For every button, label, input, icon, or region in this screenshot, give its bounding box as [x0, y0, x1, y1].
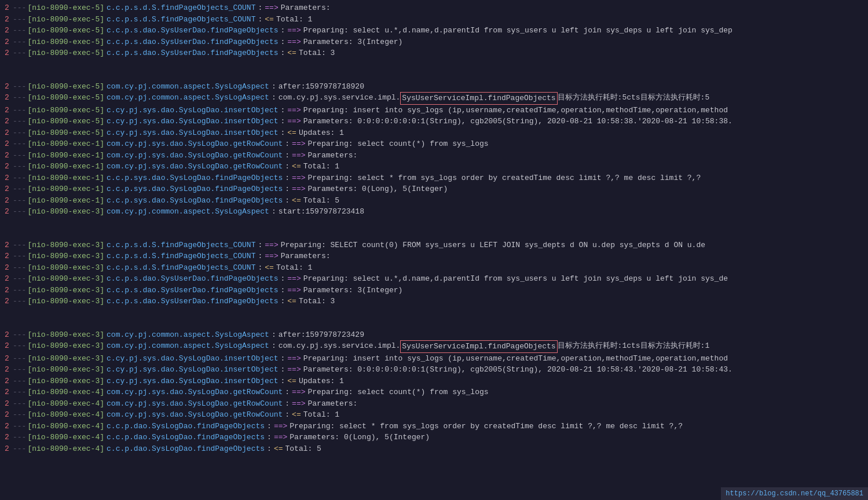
log-level: 2: [5, 116, 12, 127]
class-name: c.c.p.s.dao.SysUserDao.findPageObjects: [107, 285, 278, 296]
log-line: 2 --- [nio-8090-exec-3] c.c.p.s.dao.SysU…: [0, 296, 868, 307]
separator: ---: [13, 421, 26, 432]
separator: ---: [13, 36, 26, 48]
separator: ---: [13, 353, 26, 365]
log-level: 2: [5, 105, 12, 116]
message: Updates: 1: [299, 376, 344, 387]
colon: :: [280, 296, 285, 307]
class-name: com.cy.pj.common.aspect.SysLogAspect: [107, 340, 269, 353]
class-name: c.c.p.dao.SysLogDao.findPageObjects: [107, 432, 265, 443]
colon: :: [272, 81, 276, 93]
class-name: c.c.p.sys.dao.SysLogDao.findPageObjects: [107, 195, 283, 207]
message: Parameters: 3(Integer): [303, 285, 403, 296]
log-level: 2: [5, 329, 12, 341]
log-level: 2: [5, 14, 12, 25]
message: Preparing: select count(*) from sys_logs: [308, 138, 489, 150]
log-level: 2: [5, 387, 12, 398]
arrow-right: ==>: [287, 105, 301, 116]
message: Parameters: 0:0:0:0:0:0:0:1(String), cgb…: [303, 116, 733, 127]
log-level: 2: [5, 150, 12, 161]
message-after: 目标方法执行耗时:1cts目标方法执行耗时:1: [558, 340, 710, 353]
class-name: com.cy.pj.sys.dao.SysLogDao.getRowCount: [107, 138, 283, 150]
class-name: c.cy.pj.sys.dao.SysLogDao.insertObject: [107, 116, 278, 127]
message: start:1597978723418: [279, 206, 364, 218]
thread: [nio-8090-exec-1]: [27, 172, 104, 184]
arrow-right: ==>: [287, 285, 301, 296]
colon: :: [267, 443, 272, 455]
log-level: 2: [5, 273, 12, 285]
blank-line: [0, 218, 868, 229]
colon: :: [258, 240, 262, 251]
message: Preparing: insert into sys_logs (ip,user…: [303, 353, 728, 365]
separator: ---: [13, 262, 26, 274]
class-name: c.c.p.dao.SysLogDao.findPageObjects: [107, 421, 265, 432]
colon: :: [285, 398, 290, 410]
message: Total: 3: [299, 296, 335, 307]
message: Preparing: select * from sys_logs order …: [308, 172, 701, 184]
colon: :: [267, 432, 272, 443]
log-level: 2: [5, 127, 12, 139]
message: Total: 1: [276, 14, 312, 25]
colon: :: [272, 92, 276, 105]
separator: ---: [13, 398, 26, 410]
arrow-right: ==>: [292, 183, 305, 195]
status-bar: https://blog.csdn.net/qq_43765881: [721, 487, 868, 500]
separator: ---: [13, 81, 26, 93]
log-level: 2: [5, 81, 12, 93]
class-name: c.cy.pj.sys.dao.SysLogDao.insertObject: [107, 364, 278, 376]
log-level: 2: [5, 47, 12, 59]
separator: ---: [13, 240, 26, 251]
colon: :: [285, 183, 290, 195]
class-name: c.c.p.s.dao.SysUserDao.findPageObjects: [107, 273, 278, 285]
log-line: 2 --- [nio-8090-exec-1] c.c.p.sys.dao.Sy…: [0, 172, 868, 184]
log-level: 2: [5, 25, 12, 36]
colon: :: [280, 47, 285, 59]
highlight-text: SysUserServiceImpl.findPageObjects: [400, 340, 557, 353]
thread: [nio-8090-exec-3]: [27, 251, 104, 262]
class-name: c.c.p.s.d.S.findPageObjects_COUNT: [107, 14, 255, 25]
thread: [nio-8090-exec-3]: [27, 206, 104, 218]
log-level: 2: [5, 443, 12, 455]
colon: :: [258, 2, 262, 14]
thread: [nio-8090-exec-3]: [27, 273, 104, 285]
colon: :: [285, 172, 290, 184]
message: Preparing: select u.*,d.name,d.parentId …: [303, 25, 733, 36]
arrow-left: <=: [292, 409, 301, 421]
separator: ---: [13, 443, 26, 455]
log-line: 2 --- [nio-8090-exec-1] c.c.p.sys.dao.Sy…: [0, 183, 868, 195]
thread: [nio-8090-exec-3]: [27, 353, 104, 365]
arrow-left: <=: [292, 195, 301, 207]
message: Preparing: insert into sys_logs (ip,user…: [303, 105, 728, 116]
colon: :: [280, 116, 285, 127]
message: Parameters:: [308, 150, 358, 161]
highlight-text: SysUserServiceImpl.findPageObjects: [400, 92, 557, 105]
message: Parameters: 0(Long), 5(Integer): [290, 432, 430, 443]
thread: [nio-8090-exec-3]: [27, 364, 104, 376]
log-line: 2 --- [nio-8090-exec-3] c.cy.pj.sys.dao.…: [0, 376, 868, 387]
separator: ---: [13, 387, 26, 398]
separator: ---: [13, 116, 26, 127]
colon: :: [280, 127, 285, 139]
message: Total: 1: [303, 409, 339, 421]
separator: ---: [13, 183, 26, 195]
log-level: 2: [5, 195, 12, 207]
arrow-right: ==>: [287, 273, 301, 285]
colon: :: [267, 421, 272, 432]
separator: ---: [13, 329, 26, 341]
separator: ---: [13, 138, 26, 150]
class-name: c.cy.pj.sys.dao.SysLogDao.insertObject: [107, 127, 278, 139]
thread: [nio-8090-exec-5]: [27, 25, 104, 36]
class-name: com.cy.pj.sys.dao.SysLogDao.getRowCount: [107, 398, 283, 410]
log-level: 2: [5, 262, 12, 274]
arrow-right: ==>: [292, 387, 305, 398]
message: Parameters:: [281, 251, 331, 262]
separator: ---: [13, 14, 26, 25]
class-name: com.cy.pj.common.aspect.SysLogAspect: [107, 206, 269, 218]
separator: ---: [13, 285, 26, 296]
message: after:1597978718920: [279, 81, 364, 93]
arrow-right: ==>: [287, 116, 301, 127]
thread: [nio-8090-exec-3]: [27, 376, 104, 387]
log-level: 2: [5, 251, 12, 262]
colon: :: [258, 14, 262, 25]
thread: [nio-8090-exec-1]: [27, 195, 104, 207]
